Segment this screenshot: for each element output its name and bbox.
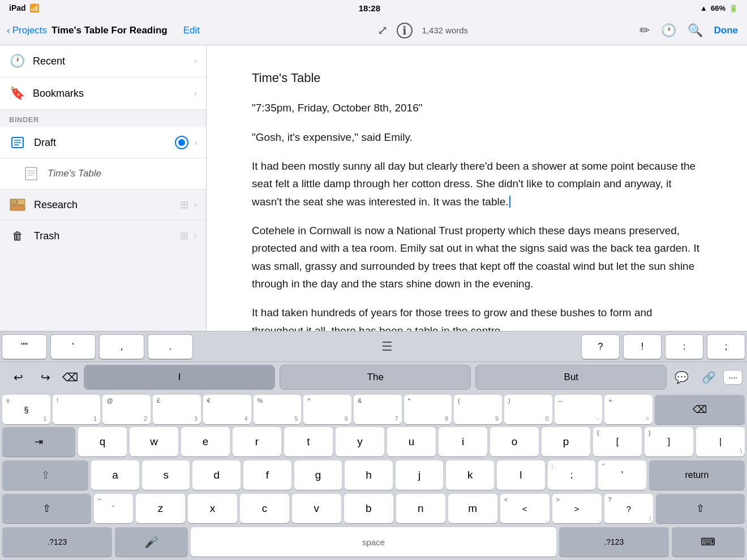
more-button[interactable]: ····: [723, 370, 742, 385]
period-key[interactable]: .: [148, 334, 193, 359]
edit-button[interactable]: Edit: [183, 25, 200, 36]
apostrophe-key[interactable]: ': [50, 334, 96, 359]
key-j[interactable]: j: [396, 460, 444, 490]
pen-icon[interactable]: ✏: [639, 23, 650, 38]
done-button[interactable]: Done: [714, 25, 739, 36]
key-w[interactable]: w: [130, 427, 178, 456]
key-gt[interactable]: > > .: [552, 494, 602, 523]
shift-right-key[interactable]: ⇧: [656, 494, 745, 523]
punct-middle: ☰: [195, 339, 579, 354]
key-u[interactable]: u: [387, 427, 436, 456]
key-4[interactable]: € 4: [203, 395, 251, 424]
suggest-item-1[interactable]: I: [84, 365, 275, 390]
key-dquote[interactable]: " ': [598, 460, 646, 490]
key-3[interactable]: £ 3: [153, 395, 201, 424]
sidebar-item-research[interactable]: Research ⊞ ›: [0, 189, 206, 221]
key-v[interactable]: v: [292, 494, 341, 523]
key-d[interactable]: d: [192, 460, 241, 490]
zxcv-row: ⇧ ~ ` z x c v b n m < < , > > . ? ? / ⇧: [0, 491, 747, 524]
key-lbrace[interactable]: { [: [593, 427, 642, 456]
comment-button[interactable]: 💬: [669, 366, 694, 389]
key-o[interactable]: o: [490, 427, 539, 456]
key-1[interactable]: ! 1: [53, 395, 101, 424]
space-key[interactable]: space: [191, 527, 556, 557]
key-tilde[interactable]: ~ `: [94, 494, 134, 523]
editor-para3: It had been mostly sunny all day but cle…: [252, 157, 702, 210]
sidebar-item-recent[interactable]: 🕐 Recent ›: [0, 45, 206, 77]
editor-area[interactable]: Time's Table "7:35pm, Friday, October 8t…: [207, 45, 747, 331]
colon-key[interactable]: :: [665, 334, 703, 359]
key-lt[interactable]: < < ,: [500, 494, 549, 523]
key-equals[interactable]: + =: [604, 395, 652, 424]
numbers-right-key[interactable]: .?123: [559, 527, 669, 557]
key-f[interactable]: f: [243, 460, 291, 490]
key-z[interactable]: z: [136, 494, 185, 523]
key-g[interactable]: g: [294, 460, 342, 490]
tab-key[interactable]: ⇥: [2, 427, 75, 456]
draft-icon: [9, 134, 26, 151]
key-rbrace[interactable]: } ]: [645, 427, 693, 456]
delete-word-button[interactable]: ⌫: [59, 366, 81, 389]
punct-left: "" ' , .: [0, 332, 195, 361]
key-a[interactable]: a: [91, 460, 139, 490]
key-h[interactable]: h: [345, 460, 393, 490]
key-l[interactable]: l: [497, 460, 545, 490]
shift-left-key[interactable]: ⇧: [2, 494, 91, 523]
suggest-item-2[interactable]: The: [280, 365, 471, 390]
key-2[interactable]: @ 2: [102, 395, 151, 424]
key-0[interactable]: ) 0: [504, 395, 552, 424]
key-pipe[interactable]: | \: [696, 427, 745, 456]
undo-button[interactable]: ↩: [5, 366, 32, 389]
key-k[interactable]: k: [446, 460, 494, 490]
comma-key[interactable]: ,: [99, 334, 144, 359]
key-s[interactable]: s: [142, 460, 190, 490]
key-n[interactable]: n: [396, 494, 445, 523]
back-button[interactable]: ‹ Projects: [7, 25, 47, 36]
key-r[interactable]: r: [233, 427, 281, 456]
suggest-item-3[interactable]: But: [475, 365, 667, 390]
key-p[interactable]: p: [542, 427, 590, 456]
exclamation-key[interactable]: !: [623, 334, 662, 359]
semicolon-key[interactable]: ;: [707, 334, 745, 359]
key-5[interactable]: % 5: [254, 395, 302, 424]
quotes-key[interactable]: "": [2, 334, 47, 359]
key-c[interactable]: c: [240, 494, 289, 523]
key-9[interactable]: ( 9: [454, 395, 502, 424]
key-q[interactable]: q: [78, 427, 127, 456]
sidebar-item-times-table[interactable]: Time's Table: [0, 158, 206, 189]
key-x[interactable]: x: [188, 494, 237, 523]
back-label[interactable]: Projects: [12, 25, 47, 36]
key-7[interactable]: & 7: [354, 395, 402, 424]
sidebar-item-draft[interactable]: Draft ›: [0, 127, 206, 158]
key-8[interactable]: * 8: [404, 395, 452, 424]
key-minus[interactable]: – -: [555, 395, 603, 424]
key-b[interactable]: b: [344, 494, 393, 523]
caps-lock-key[interactable]: ⇪: [2, 460, 88, 490]
mic-key[interactable]: 🎤: [115, 527, 188, 557]
recent-label: Recent: [33, 55, 194, 67]
key-plusminus[interactable]: ± § 1: [2, 395, 50, 424]
editor-para2: "Gosh, it's expensive," said Emily.: [252, 128, 702, 146]
trash-label: Trash: [34, 230, 180, 242]
key-6[interactable]: ^ 6: [303, 395, 351, 424]
key-i[interactable]: i: [439, 427, 487, 456]
numbers-left-key[interactable]: .?123: [2, 527, 112, 557]
sidebar-item-bookmarks[interactable]: 🔖 Bookmarks ›: [0, 77, 206, 110]
expand-icon[interactable]: ⤢: [377, 23, 388, 38]
redo-button[interactable]: ↪: [32, 366, 59, 389]
key-e[interactable]: e: [181, 427, 230, 456]
delete-key[interactable]: ⌫: [655, 395, 745, 424]
key-y[interactable]: y: [336, 427, 384, 456]
key-m[interactable]: m: [448, 494, 497, 523]
key-colon[interactable]: : ;: [548, 460, 596, 490]
key-t[interactable]: t: [284, 427, 333, 456]
link-button[interactable]: 🔗: [696, 366, 721, 389]
return-key[interactable]: return: [649, 460, 745, 490]
clock-icon[interactable]: 🕐: [661, 23, 676, 38]
search-icon[interactable]: 🔍: [688, 23, 703, 38]
question-key[interactable]: ?: [581, 334, 620, 359]
keyboard-icon-key[interactable]: ⌨: [672, 527, 745, 557]
key-slash[interactable]: ? ? /: [604, 494, 654, 523]
history-icon[interactable]: ℹ: [397, 23, 413, 38]
sidebar-item-trash[interactable]: 🗑 Trash ⊞ ›: [0, 221, 206, 251]
